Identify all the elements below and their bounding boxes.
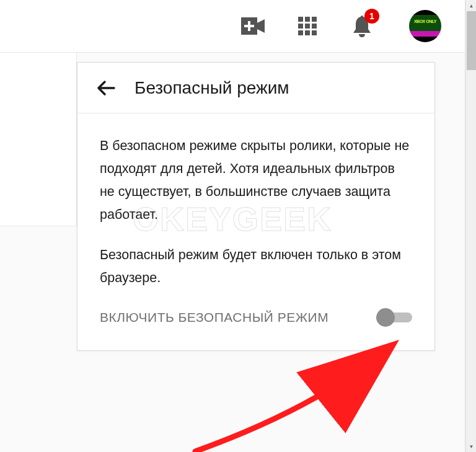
svg-rect-4 <box>298 17 303 22</box>
svg-rect-10 <box>298 30 303 35</box>
svg-rect-7 <box>298 24 303 29</box>
window-outer: 1 XBOX ONLY Безопасный режим В безопасно… <box>0 0 465 452</box>
svg-rect-6 <box>312 17 317 22</box>
safe-mode-toggle[interactable] <box>376 309 412 326</box>
upload-video-button[interactable] <box>240 14 265 38</box>
svg-rect-12 <box>312 30 317 35</box>
scroll-up-button[interactable]: ▲ <box>466 0 476 11</box>
top-toolbar: 1 XBOX ONLY <box>0 0 465 53</box>
description-paragraph-2: Безопасный режим будет включен только в … <box>100 244 412 290</box>
panel-body: В безопасном режиме скрыты ролики, котор… <box>77 113 434 350</box>
svg-rect-11 <box>305 30 310 35</box>
description-paragraph-1: В безопасном режиме скрыты ролики, котор… <box>100 135 412 226</box>
apps-grid-button[interactable] <box>295 14 320 38</box>
notifications-button[interactable]: 1 <box>350 14 374 38</box>
switch-knob <box>376 308 395 327</box>
panel-description: В безопасном режиме скрыты ролики, котор… <box>100 135 412 290</box>
scroll-down-button[interactable]: ▼ <box>466 441 476 452</box>
svg-rect-3 <box>244 25 254 27</box>
avatar[interactable]: XBOX ONLY <box>409 10 441 42</box>
safe-mode-panel: Безопасный режим В безопасном режиме скр… <box>77 62 435 351</box>
back-button[interactable] <box>94 76 118 100</box>
avatar-label: XBOX ONLY <box>414 19 436 24</box>
svg-rect-8 <box>305 24 310 29</box>
toggle-label: ВКЛЮЧИТЬ БЕЗОПАСНЫЙ РЕЖИМ <box>100 307 328 329</box>
toggle-row: ВКЛЮЧИТЬ БЕЗОПАСНЫЙ РЕЖИМ <box>100 307 412 329</box>
side-strip <box>0 53 77 226</box>
panel-title: Безопасный режим <box>134 78 289 98</box>
panel-header: Безопасный режим <box>77 63 434 113</box>
svg-rect-9 <box>312 24 317 29</box>
notification-badge: 1 <box>364 9 379 24</box>
svg-marker-1 <box>257 19 265 33</box>
vertical-scrollbar[interactable]: ▲ ▼ <box>465 0 476 452</box>
scroll-thumb[interactable] <box>467 11 476 70</box>
svg-rect-5 <box>305 17 310 22</box>
annotation-arrow-icon <box>189 335 431 452</box>
